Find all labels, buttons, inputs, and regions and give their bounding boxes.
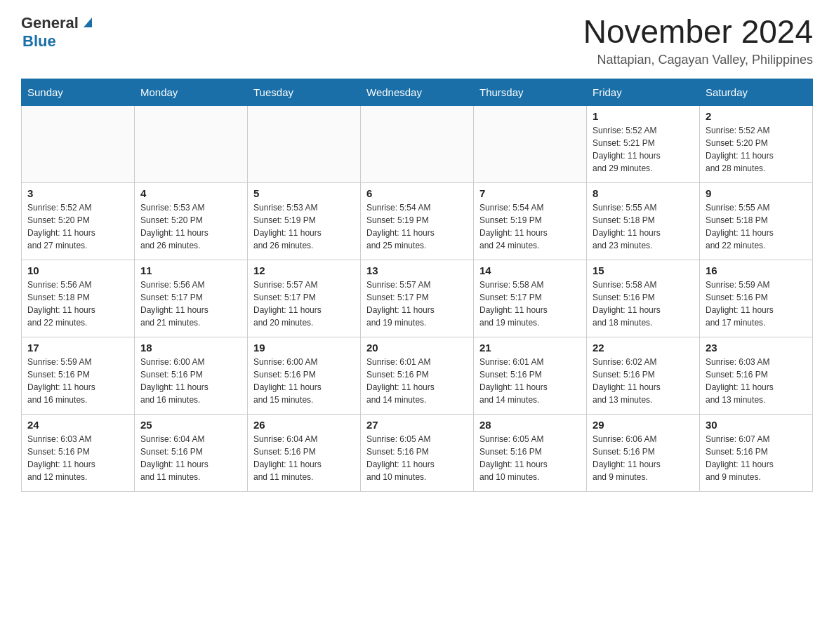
- day-cell: 18Sunrise: 6:00 AMSunset: 5:16 PMDayligh…: [135, 337, 248, 414]
- day-number: 5: [253, 187, 355, 199]
- day-number: 8: [593, 187, 694, 199]
- day-cell: 4Sunrise: 5:53 AMSunset: 5:20 PMDaylight…: [135, 182, 248, 260]
- day-info: Sunrise: 5:55 AMSunset: 5:18 PMDaylight:…: [593, 201, 694, 252]
- day-cell: 26Sunrise: 6:04 AMSunset: 5:16 PMDayligh…: [248, 414, 361, 491]
- day-number: 7: [479, 187, 581, 199]
- day-info: Sunrise: 5:52 AMSunset: 5:20 PMDaylight:…: [27, 201, 128, 252]
- day-cell: 13Sunrise: 5:57 AMSunset: 5:17 PMDayligh…: [361, 260, 474, 337]
- week-row-4: 17Sunrise: 5:59 AMSunset: 5:16 PMDayligh…: [22, 337, 813, 414]
- header-friday: Friday: [587, 79, 700, 105]
- day-cell: 5Sunrise: 5:53 AMSunset: 5:19 PMDaylight…: [248, 182, 361, 260]
- day-info: Sunrise: 5:58 AMSunset: 5:17 PMDaylight:…: [479, 279, 581, 329]
- day-cell: 11Sunrise: 5:56 AMSunset: 5:17 PMDayligh…: [135, 260, 248, 337]
- day-cell: 25Sunrise: 6:04 AMSunset: 5:16 PMDayligh…: [135, 414, 248, 491]
- day-cell: 7Sunrise: 5:54 AMSunset: 5:19 PMDaylight…: [474, 182, 587, 260]
- day-info: Sunrise: 6:02 AMSunset: 5:16 PMDaylight:…: [593, 356, 694, 406]
- day-number: 30: [706, 419, 807, 431]
- day-info: Sunrise: 5:58 AMSunset: 5:16 PMDaylight:…: [593, 279, 694, 329]
- day-number: 29: [593, 419, 694, 431]
- week-row-2: 3Sunrise: 5:52 AMSunset: 5:20 PMDaylight…: [22, 182, 813, 260]
- day-number: 26: [253, 419, 355, 431]
- day-cell: 29Sunrise: 6:06 AMSunset: 5:16 PMDayligh…: [587, 414, 700, 491]
- header-wednesday: Wednesday: [361, 79, 474, 105]
- day-number: 19: [253, 342, 355, 354]
- day-info: Sunrise: 6:05 AMSunset: 5:16 PMDaylight:…: [366, 433, 468, 483]
- day-cell: [248, 105, 361, 182]
- header-sunday: Sunday: [22, 79, 135, 105]
- day-info: Sunrise: 6:00 AMSunset: 5:16 PMDaylight:…: [253, 356, 355, 406]
- day-info: Sunrise: 6:01 AMSunset: 5:16 PMDaylight:…: [366, 356, 468, 406]
- day-number: 24: [27, 419, 128, 431]
- day-cell: 27Sunrise: 6:05 AMSunset: 5:16 PMDayligh…: [361, 414, 474, 491]
- day-number: 16: [706, 264, 807, 276]
- header-monday: Monday: [135, 79, 248, 105]
- day-cell: 17Sunrise: 5:59 AMSunset: 5:16 PMDayligh…: [22, 337, 135, 414]
- day-info: Sunrise: 5:52 AMSunset: 5:21 PMDaylight:…: [593, 124, 694, 175]
- day-cell: 22Sunrise: 6:02 AMSunset: 5:16 PMDayligh…: [587, 337, 700, 414]
- day-number: 17: [27, 342, 128, 354]
- day-info: Sunrise: 5:53 AMSunset: 5:19 PMDaylight:…: [253, 201, 355, 252]
- day-cell: 21Sunrise: 6:01 AMSunset: 5:16 PMDayligh…: [474, 337, 587, 414]
- day-cell: 20Sunrise: 6:01 AMSunset: 5:16 PMDayligh…: [361, 337, 474, 414]
- week-row-3: 10Sunrise: 5:56 AMSunset: 5:18 PMDayligh…: [22, 260, 813, 337]
- day-number: 14: [479, 264, 581, 276]
- day-cell: 19Sunrise: 6:00 AMSunset: 5:16 PMDayligh…: [248, 337, 361, 414]
- day-number: 6: [366, 187, 468, 199]
- week-row-5: 24Sunrise: 6:03 AMSunset: 5:16 PMDayligh…: [22, 414, 813, 491]
- day-number: 13: [366, 264, 468, 276]
- day-cell: 30Sunrise: 6:07 AMSunset: 5:16 PMDayligh…: [700, 414, 813, 491]
- day-cell: 16Sunrise: 5:59 AMSunset: 5:16 PMDayligh…: [700, 260, 813, 337]
- day-number: 2: [706, 110, 807, 122]
- header-saturday: Saturday: [700, 79, 813, 105]
- day-info: Sunrise: 5:59 AMSunset: 5:16 PMDaylight:…: [706, 279, 807, 329]
- day-cell: 24Sunrise: 6:03 AMSunset: 5:16 PMDayligh…: [22, 414, 135, 491]
- day-number: 9: [706, 187, 807, 199]
- day-info: Sunrise: 6:03 AMSunset: 5:16 PMDaylight:…: [27, 433, 128, 483]
- day-cell: 3Sunrise: 5:52 AMSunset: 5:20 PMDaylight…: [22, 182, 135, 260]
- day-cell: 1Sunrise: 5:52 AMSunset: 5:21 PMDaylight…: [587, 105, 700, 182]
- logo-general: General: [21, 14, 79, 32]
- subtitle: Nattapian, Cagayan Valley, Philippines: [583, 53, 813, 67]
- day-info: Sunrise: 5:56 AMSunset: 5:17 PMDaylight:…: [140, 279, 241, 329]
- day-info: Sunrise: 5:59 AMSunset: 5:16 PMDaylight:…: [27, 356, 128, 406]
- day-number: 21: [479, 342, 581, 354]
- day-number: 27: [366, 419, 468, 431]
- week-row-1: 1Sunrise: 5:52 AMSunset: 5:21 PMDaylight…: [22, 105, 813, 182]
- day-info: Sunrise: 6:06 AMSunset: 5:16 PMDaylight:…: [593, 433, 694, 483]
- day-info: Sunrise: 5:55 AMSunset: 5:18 PMDaylight:…: [706, 201, 807, 252]
- day-number: 28: [479, 419, 581, 431]
- day-number: 18: [140, 342, 241, 354]
- day-info: Sunrise: 5:54 AMSunset: 5:19 PMDaylight:…: [366, 201, 468, 252]
- day-info: Sunrise: 6:01 AMSunset: 5:16 PMDaylight:…: [479, 356, 581, 406]
- day-info: Sunrise: 6:03 AMSunset: 5:16 PMDaylight:…: [706, 356, 807, 406]
- day-info: Sunrise: 5:57 AMSunset: 5:17 PMDaylight:…: [366, 279, 468, 329]
- day-number: 20: [366, 342, 468, 354]
- page-title: November 2024: [583, 14, 813, 50]
- day-info: Sunrise: 5:52 AMSunset: 5:20 PMDaylight:…: [706, 124, 807, 175]
- day-cell: 8Sunrise: 5:55 AMSunset: 5:18 PMDaylight…: [587, 182, 700, 260]
- day-number: 15: [593, 264, 694, 276]
- day-info: Sunrise: 5:56 AMSunset: 5:18 PMDaylight:…: [27, 279, 128, 329]
- day-cell: 9Sunrise: 5:55 AMSunset: 5:18 PMDaylight…: [700, 182, 813, 260]
- day-info: Sunrise: 5:53 AMSunset: 5:20 PMDaylight:…: [140, 201, 241, 252]
- logo-blue: Blue: [22, 32, 95, 51]
- header-thursday: Thursday: [474, 79, 587, 105]
- day-info: Sunrise: 6:00 AMSunset: 5:16 PMDaylight:…: [140, 356, 241, 406]
- logo-triangle-icon: [81, 15, 95, 29]
- day-cell: 6Sunrise: 5:54 AMSunset: 5:19 PMDaylight…: [361, 182, 474, 260]
- day-cell: 23Sunrise: 6:03 AMSunset: 5:16 PMDayligh…: [700, 337, 813, 414]
- day-cell: 10Sunrise: 5:56 AMSunset: 5:18 PMDayligh…: [22, 260, 135, 337]
- day-number: 3: [27, 187, 128, 199]
- calendar-header-row: Sunday Monday Tuesday Wednesday Thursday…: [22, 79, 813, 105]
- day-info: Sunrise: 6:05 AMSunset: 5:16 PMDaylight:…: [479, 433, 581, 483]
- header: General Blue November 2024 Nattapian, Ca…: [21, 14, 813, 67]
- day-cell: [361, 105, 474, 182]
- day-cell: 12Sunrise: 5:57 AMSunset: 5:17 PMDayligh…: [248, 260, 361, 337]
- day-info: Sunrise: 6:07 AMSunset: 5:16 PMDaylight:…: [706, 433, 807, 483]
- day-info: Sunrise: 5:54 AMSunset: 5:19 PMDaylight:…: [479, 201, 581, 252]
- day-number: 4: [140, 187, 241, 199]
- day-number: 25: [140, 419, 241, 431]
- day-number: 12: [253, 264, 355, 276]
- day-number: 23: [706, 342, 807, 354]
- header-tuesday: Tuesday: [248, 79, 361, 105]
